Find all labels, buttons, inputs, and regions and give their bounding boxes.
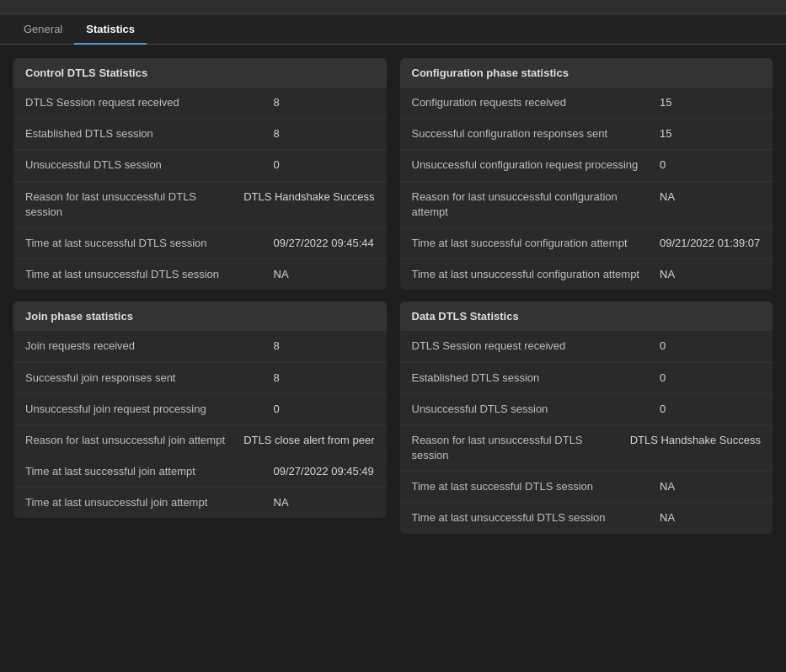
stat-value: 0 [660, 157, 761, 173]
stat-label: Successful configuration responses sent [412, 126, 660, 141]
stat-value: 8 [274, 371, 375, 386]
stat-value: 0 [274, 402, 375, 417]
stat-value: NA [660, 189, 761, 205]
stat-label: Reason for last unsuccessful join attemp… [25, 433, 243, 448]
table-row: Reason for last unsuccessful DTLS sessio… [13, 182, 387, 228]
stat-value: DTLS Handshake Success [630, 433, 761, 448]
stat-value: 09/21/2022 01:39:07 [660, 236, 761, 251]
tab-statistics[interactable]: Statistics [74, 14, 147, 44]
table-row: Reason for last unsuccessful join attemp… [13, 425, 387, 456]
table-row: Unsuccessful configuration request proce… [400, 150, 773, 181]
table-row: Unsuccessful join request processing0 [13, 394, 387, 425]
stat-label: Reason for last unsuccessful DTLS sessio… [25, 189, 243, 220]
table-row: Time at last unsuccessful DTLS sessionNA [13, 259, 387, 290]
stat-label: Unsuccessful configuration request proce… [412, 157, 660, 173]
stat-label: Unsuccessful join request processing [25, 402, 274, 417]
table-row: Time at last unsuccessful DTLS sessionNA [400, 503, 773, 533]
tab-general[interactable]: General [12, 14, 74, 44]
stat-value: 0 [660, 371, 761, 386]
section-data-dtls-statistics: Data DTLS StatisticsDTLS Session request… [400, 301, 773, 533]
stat-value: 8 [274, 126, 375, 141]
table-row: Unsuccessful DTLS session0 [400, 394, 773, 425]
stat-value: 8 [274, 339, 375, 354]
table-row: Join requests received8 [13, 331, 387, 362]
table-row: DTLS Session request received8 [13, 88, 387, 119]
stat-value: NA [274, 495, 375, 510]
title-bar [0, 0, 786, 14]
stat-label: Configuration requests received [412, 95, 660, 110]
left-column: Control DTLS StatisticsDTLS Session requ… [13, 58, 387, 534]
table-row: Established DTLS session8 [13, 119, 387, 150]
stat-label: Time at last unsuccessful configuration … [412, 267, 660, 282]
table-row: Time at last successful join attempt09/2… [13, 456, 387, 488]
stat-label: Time at last unsuccessful join attempt [25, 495, 274, 510]
table-row: Time at last unsuccessful join attemptNA [13, 488, 387, 518]
section-configuration-phase-statistics: Configuration phase statisticsConfigurat… [400, 58, 773, 290]
section-header: Configuration phase statistics [400, 58, 773, 88]
stat-label: Time at last successful join attempt [25, 464, 274, 479]
stat-value: NA [660, 510, 761, 525]
stat-label: Successful join responses sent [25, 371, 274, 386]
stat-label: Established DTLS session [25, 126, 274, 141]
table-row: Time at last successful configuration at… [400, 228, 773, 259]
table-row: Time at last successful DTLS sessionNA [400, 472, 773, 503]
table-row: Successful join responses sent8 [13, 363, 387, 394]
stat-value: NA [660, 479, 761, 494]
stat-value: 8 [274, 95, 375, 110]
stat-label: Reason for last unsuccessful configurati… [412, 189, 660, 220]
stat-label: DTLS Session request received [25, 95, 274, 110]
stat-label: Join requests received [25, 339, 274, 354]
table-row: Unsuccessful DTLS session0 [13, 150, 387, 181]
stat-label: Time at last unsuccessful DTLS session [25, 267, 274, 282]
stat-value: 09/27/2022 09:45:44 [274, 236, 375, 251]
section-join-phase-statistics: Join phase statisticsJoin requests recei… [13, 301, 387, 518]
table-row: Reason for last unsuccessful DTLS sessio… [400, 425, 773, 472]
right-column: Configuration phase statisticsConfigurat… [400, 58, 773, 534]
stat-label: Unsuccessful DTLS session [412, 402, 660, 417]
table-row: Successful configuration responses sent1… [400, 119, 773, 150]
stat-label: Reason for last unsuccessful DTLS sessio… [412, 433, 630, 463]
tab-bar: GeneralStatistics [0, 14, 786, 45]
stat-label: DTLS Session request received [412, 339, 660, 354]
stat-value: 0 [660, 339, 761, 354]
section-header: Join phase statistics [13, 301, 387, 331]
table-row: Reason for last unsuccessful configurati… [400, 182, 773, 228]
table-row: Time at last successful DTLS session09/2… [13, 228, 387, 259]
stat-value: 09/27/2022 09:45:49 [274, 464, 375, 479]
table-row: Time at last unsuccessful configuration … [400, 259, 773, 290]
stat-label: Time at last unsuccessful DTLS session [412, 510, 660, 525]
table-row: Configuration requests received15 [400, 88, 773, 119]
stat-label: Time at last successful configuration at… [412, 236, 660, 251]
stat-value: NA [274, 267, 375, 282]
section-header: Data DTLS Statistics [400, 301, 773, 331]
section-control-dtls-statistics: Control DTLS StatisticsDTLS Session requ… [13, 58, 387, 290]
table-row: Established DTLS session0 [400, 363, 773, 394]
stat-label: Established DTLS session [412, 371, 660, 386]
stat-label: Unsuccessful DTLS session [25, 157, 274, 173]
section-header: Control DTLS Statistics [13, 58, 387, 88]
stat-value: 15 [660, 126, 761, 141]
stat-value: 0 [274, 157, 375, 173]
stat-value: 0 [660, 402, 761, 417]
stat-label: Time at last successful DTLS session [25, 236, 274, 251]
stat-value: 15 [660, 95, 761, 110]
stat-label: Time at last successful DTLS session [412, 479, 660, 494]
table-row: DTLS Session request received0 [400, 331, 773, 362]
stat-value: NA [660, 267, 761, 282]
stat-value: DTLS close alert from peer [243, 433, 374, 448]
stat-value: DTLS Handshake Success [243, 189, 374, 205]
